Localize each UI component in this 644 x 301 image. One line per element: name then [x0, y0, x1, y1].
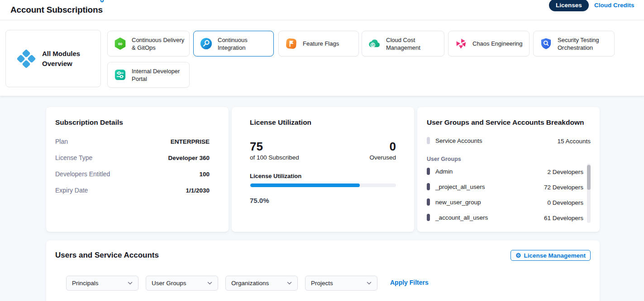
user-group-bullet-icon [427, 214, 430, 221]
module-label: Security Testing Orchestration [558, 36, 610, 52]
module-label: Internal Developer Portal [132, 67, 185, 83]
row-label: Expiry Date [55, 187, 88, 194]
user-group-value: 2 Developers [547, 169, 583, 175]
row-value: 100 [199, 171, 210, 178]
groups-scrollbar-thumb[interactable] [587, 165, 591, 190]
account-subscriptions-page: Account Subscriptions Licenses Cloud Cre… [0, 0, 644, 301]
license-management-button[interactable]: ⚙ License Management [510, 250, 591, 261]
filter-principals[interactable]: Principals [66, 276, 138, 291]
filter-label: Organizations [231, 280, 269, 287]
filter-label: User Groups [152, 280, 186, 287]
svg-text:$: $ [372, 43, 374, 47]
gear-icon: ⚙ [515, 252, 521, 259]
service-accounts-value: 15 Accounts [557, 138, 591, 145]
user-group-bullet-icon [427, 183, 430, 190]
user-group-bullet-icon [427, 168, 430, 175]
subscribed-caption: of 100 Subscribed [250, 154, 299, 161]
svg-text:∞: ∞ [118, 40, 123, 47]
breadcrumb-cut-fragment [100, 0, 104, 2]
breakdown-title: User Groups and Service Accounts Breakdo… [427, 118, 584, 127]
page-header: Account Subscriptions Licenses Cloud Cre… [0, 0, 644, 20]
overused-caption: Overused [369, 154, 396, 161]
utilization-progress-track [250, 183, 396, 187]
filter-projects[interactable]: Projects [305, 276, 377, 291]
feature-flags-icon [285, 37, 298, 50]
module-card-security-testing[interactable]: Security Testing Orchestration [533, 31, 615, 56]
row-value: ENTERPRISE [171, 138, 210, 145]
user-group-row: Admin [427, 168, 453, 175]
user-group-row: _project_all_users [427, 183, 485, 190]
filter-organizations[interactable]: Organizations [225, 276, 298, 291]
service-accounts-label: Service Accounts [435, 137, 482, 144]
row-label: License Type [55, 154, 92, 161]
subscription-row-expiry-date: Expiry Date 1/1/2030 [55, 186, 210, 195]
license-management-label: License Management [524, 252, 586, 259]
cloud-cost-icon: $ [368, 37, 381, 50]
subscription-row-plan: Plan ENTERPRISE [55, 137, 210, 146]
row-value: Developer 360 [168, 155, 210, 161]
chevron-down-icon [287, 282, 292, 285]
chevron-down-icon [128, 282, 133, 285]
chevron-down-icon [367, 282, 372, 285]
users-and-service-accounts-card: Users and Service Accounts ⚙ License Man… [46, 240, 600, 301]
module-label: Continuous Integration [218, 36, 269, 52]
licenses-tab[interactable]: Licenses [549, 0, 589, 11]
filter-label: Projects [311, 280, 333, 287]
internal-developer-portal-icon [114, 68, 127, 81]
security-testing-icon [539, 37, 553, 50]
utilization-percent: 75.0% [250, 197, 269, 204]
subscription-row-license-type: License Type Developer 360 [55, 153, 210, 162]
utilization-progress-fill [250, 183, 360, 187]
all-modules-icon [16, 48, 37, 69]
apply-filters-link[interactable]: Apply Filters [390, 279, 429, 286]
user-group-name: new_user_group [435, 199, 481, 206]
utilization-bar-label: License Utilization [250, 173, 301, 179]
user-group-value: 0 Developers [547, 199, 583, 206]
module-card-continuous-integration[interactable]: Continuous Integration [193, 31, 274, 56]
users-section-title: Users and Service Accounts [55, 251, 159, 260]
module-card-internal-developer-portal[interactable]: Internal Developer Portal [107, 62, 190, 88]
subscription-row-developers-entitled: Developers Entitled 100 [55, 169, 210, 179]
user-group-name: _account_all_users [435, 214, 488, 221]
row-value: 1/1/2030 [186, 187, 210, 194]
user-group-name: _project_all_users [435, 183, 485, 190]
page-title: Account Subscriptions [10, 5, 103, 15]
user-group-name: Admin [435, 168, 453, 175]
module-selector-strip: All Modules Overview ∞ Continuous Delive… [0, 21, 644, 96]
all-modules-overview-card[interactable]: All Modules Overview [5, 30, 101, 87]
user-group-value: 72 Developers [544, 184, 583, 191]
service-accounts-row: Service Accounts [427, 137, 482, 144]
user-group-value: 61 Developers [544, 215, 583, 221]
module-card-continuous-delivery[interactable]: ∞ Continuous Delivery & GitOps [107, 31, 190, 56]
module-label: Chaos Engineering [472, 40, 523, 47]
breakdown-card: User Groups and Service Accounts Breakdo… [417, 107, 600, 232]
license-utilization-card: License Utilization 75 of 100 Subscribed… [232, 107, 414, 232]
chevron-down-icon [207, 282, 212, 285]
module-card-cloud-cost-management[interactable]: $ Cloud Cost Management [362, 31, 444, 56]
filter-label: Principals [72, 280, 99, 287]
row-label: Plan [55, 138, 68, 145]
overused-count: 0 [369, 140, 396, 153]
cloud-credits-tab[interactable]: Cloud Credits [594, 2, 634, 9]
filter-user-groups[interactable]: User Groups [146, 276, 218, 291]
subscription-details-title: Subscription Details [55, 118, 123, 127]
user-group-row: new_user_group [427, 198, 481, 206]
continuous-integration-icon [200, 37, 213, 50]
row-label: Developers Entitled [55, 170, 110, 178]
chaos-engineering-icon [454, 37, 467, 50]
groups-scrollbar-track[interactable] [587, 164, 591, 223]
user-groups-header: User Groups [427, 156, 461, 162]
overused-count-block: 0 Overused [369, 140, 396, 161]
all-modules-overview-label: All Modules Overview [42, 49, 95, 69]
subscribed-count-block: 75 of 100 Subscribed [250, 140, 299, 161]
subscription-details-card: Subscription Details Plan ENTERPRISE Lic… [46, 107, 229, 232]
module-label: Cloud Cost Management [386, 36, 439, 52]
subscribed-count: 75 [250, 140, 299, 153]
module-card-feature-flags[interactable]: Feature Flags [278, 31, 359, 56]
module-label: Feature Flags [303, 40, 339, 47]
module-card-chaos-engineering[interactable]: Chaos Engineering [448, 31, 530, 56]
service-accounts-bullet-icon [427, 137, 430, 144]
module-label: Continuous Delivery & GitOps [132, 36, 185, 52]
user-group-bullet-icon [427, 198, 430, 206]
license-utilization-title: License Utilization [250, 118, 311, 127]
